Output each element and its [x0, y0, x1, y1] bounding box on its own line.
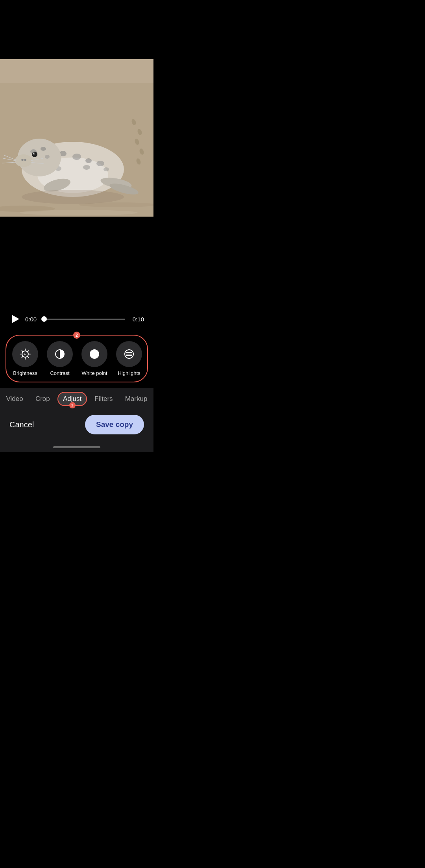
tool-white-point-label: White point [81, 370, 107, 376]
svg-rect-4 [0, 59, 153, 83]
svg-text:+: + [24, 352, 26, 356]
adjust-tools-wrapper: 2 + [0, 331, 153, 388]
play-button[interactable] [9, 313, 20, 325]
tab-video[interactable]: Video [2, 393, 28, 405]
tool-brightness-label: Brightness [13, 370, 37, 376]
adjust-tools-scroll[interactable]: + Brightness Contrast [8, 339, 146, 378]
brightness-icon: + [18, 347, 32, 361]
tool-white-point-circle [81, 341, 107, 367]
svg-point-26 [33, 153, 34, 154]
tab-crop-label: Crop [35, 395, 50, 403]
tool-highlights-label: Highlights [118, 370, 140, 376]
svg-point-15 [85, 158, 92, 163]
tab-adjust-label: Adjust [63, 395, 81, 403]
svg-point-27 [15, 154, 32, 167]
home-bar [53, 446, 100, 448]
play-icon [12, 315, 19, 323]
svg-point-19 [103, 167, 109, 171]
time-total: 0:10 [130, 316, 144, 323]
svg-point-3 [20, 210, 138, 215]
tab-adjust-badge: 1 [69, 402, 76, 408]
bottom-black-area [0, 217, 153, 307]
tab-crop[interactable]: Crop [31, 393, 55, 405]
cancel-button[interactable]: Cancel [9, 420, 34, 429]
home-indicator [0, 444, 153, 452]
white-point-icon [88, 347, 101, 361]
photo-preview [0, 59, 153, 217]
svg-point-34 [24, 159, 26, 161]
tool-white-point[interactable]: White point [77, 339, 112, 378]
tab-filters-label: Filters [94, 395, 113, 403]
seek-thumb[interactable] [41, 316, 47, 322]
tool-highlights[interactable]: Highlights [112, 339, 146, 378]
highlights-icon [122, 347, 136, 361]
svg-line-47 [22, 356, 23, 358]
video-controls: 0:00 0:10 [0, 307, 153, 331]
save-copy-button[interactable]: Save copy [85, 415, 144, 434]
svg-line-46 [28, 351, 29, 352]
svg-point-23 [45, 155, 50, 159]
seek-track [44, 319, 125, 320]
svg-point-18 [83, 165, 90, 170]
svg-line-44 [22, 351, 23, 352]
action-row: Cancel Save copy [0, 408, 153, 444]
tab-video-label: Video [6, 395, 23, 403]
tab-filters[interactable]: Filters [90, 393, 117, 405]
tab-adjust[interactable]: Adjust 1 [57, 392, 87, 406]
time-current: 0:00 [25, 316, 39, 323]
svg-point-22 [41, 147, 46, 151]
svg-point-14 [72, 154, 81, 160]
bottom-tabs: Video Crop Adjust 1 Filters Markup [0, 388, 153, 408]
seek-bar[interactable] [44, 318, 125, 320]
tabs-row: Video Crop Adjust 1 Filters Markup [0, 392, 153, 406]
tool-brightness-circle: + [12, 341, 38, 367]
tab-markup-label: Markup [125, 395, 148, 403]
svg-point-16 [96, 161, 104, 166]
tool-contrast-circle [47, 341, 73, 367]
contrast-icon [53, 347, 67, 361]
svg-point-33 [21, 159, 24, 161]
tool-contrast[interactable]: Contrast [42, 339, 77, 378]
tool-contrast-label: Contrast [50, 370, 69, 376]
adjust-tools-border: 2 + [6, 335, 148, 382]
tab-markup[interactable]: Markup [120, 393, 152, 405]
svg-point-38 [22, 190, 124, 204]
svg-point-50 [90, 350, 99, 358]
adjust-badge-count: 2 [73, 332, 80, 339]
tool-brightness[interactable]: + Brightness [8, 339, 42, 378]
tool-highlights-circle [116, 341, 142, 367]
top-black-area [0, 0, 153, 59]
svg-line-45 [28, 356, 29, 358]
